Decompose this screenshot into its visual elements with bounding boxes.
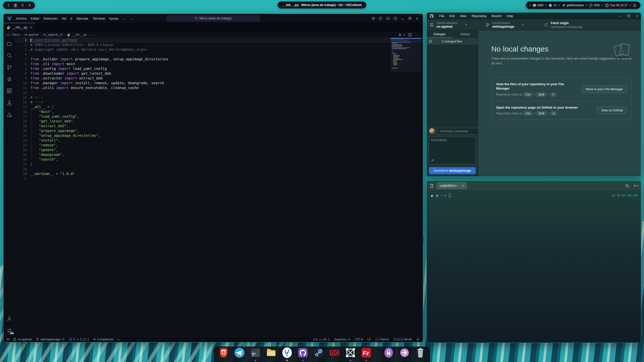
dock-item-filezilla[interactable]: Fz — [361, 347, 372, 361]
tab-changes[interactable]: Changes — [427, 30, 452, 38]
current-branch-button[interactable]: Current branch deb2appimage ▾ — [482, 19, 541, 30]
tab-history[interactable]: History — [452, 30, 478, 38]
remote-indicator[interactable]: >< — [7, 338, 9, 341]
code-line[interactable]: 22 "install", — [15, 138, 423, 143]
breadcrumb-item[interactable]: __init__.py — [67, 33, 87, 36]
terminal-content[interactable]: ~ > at 07:45:30 — [427, 191, 641, 343]
code-line[interactable]: 12 — [15, 90, 423, 95]
activity-extensions[interactable] — [6, 88, 12, 94]
status-encoding[interactable]: UTF-8 — [354, 338, 363, 341]
more-actions-icon[interactable]: ··· — [415, 33, 419, 37]
status-language[interactable]: { }Python — [376, 338, 389, 341]
suggestion-button-1[interactable]: View on GitHub — [597, 107, 627, 114]
status-run-task[interactable]: ▷ — [118, 338, 120, 341]
code-line[interactable]: 18 "get_latest_deb", — [15, 119, 423, 124]
toggle-panel-icon[interactable] — [384, 15, 391, 22]
code-line[interactable]: 21 "setup_appimage_directories", — [15, 133, 423, 138]
activity-accounts[interactable] — [6, 316, 12, 322]
status-cursor-position[interactable]: Lín. 1, col. 1 — [313, 338, 330, 341]
workspace-3[interactable]: 3 — [20, 3, 25, 8]
select-all-checkbox[interactable]: ✓ — [429, 40, 432, 43]
menu-archivo[interactable]: Archivo — [14, 16, 29, 21]
code-line[interactable]: 14# ---> — [15, 100, 423, 105]
dock-item-terminal-app[interactable]: #! — [250, 347, 261, 361]
status-repo[interactable]: nx-apphub — [13, 338, 32, 341]
dock-item-trash[interactable] — [415, 347, 426, 361]
dock-item-github-desktop[interactable] — [297, 347, 308, 361]
new-tab-plus-icon[interactable]: +▾ — [634, 184, 638, 188]
dock-item-vscodium[interactable] — [281, 347, 293, 361]
code-line[interactable]: 19 "extract_deb", — [15, 124, 423, 128]
changed-files-row[interactable]: ✓ 0 changed files — [427, 38, 478, 45]
back-icon[interactable]: ← — [123, 16, 127, 21]
restore-icon[interactable] — [627, 15, 630, 17]
dock-item-frame-tool[interactable] — [345, 347, 356, 361]
command-center-search[interactable]: Nitrux (área de trabajo) — [167, 15, 260, 21]
dock-item-telegram[interactable] — [234, 347, 245, 361]
tray-item-calendar[interactable]: 17Tue 06 20:17 — [604, 4, 628, 7]
code-line[interactable]: 11from .utils import ensure_executable, … — [15, 85, 423, 90]
toggle-sidebar-icon[interactable] — [377, 15, 384, 22]
tray-item-gauge[interactable]: 42% — [588, 4, 601, 7]
notifications-bell-icon[interactable] — [416, 338, 420, 341]
github-menu-edit[interactable]: Edit — [447, 14, 457, 18]
code-line[interactable]: 15__all__ = [ — [15, 105, 423, 109]
breadcrumb-item[interactable]: Nitrux — [12, 33, 20, 36]
code-line[interactable]: 5from .builder import prepare_appimage, … — [15, 57, 423, 62]
github-menu-help[interactable]: Help — [505, 14, 515, 18]
close-tab-icon[interactable]: × — [462, 184, 464, 188]
code-line[interactable]: 20 "prepare_appimage", — [15, 128, 423, 133]
close-icon[interactable]: × — [636, 14, 638, 18]
menu-ir[interactable]: Ir — [68, 16, 74, 21]
code-line[interactable]: 13# <--- — [15, 95, 423, 100]
minimize-icon[interactable] — [399, 15, 406, 22]
breadcrumb-item[interactable]: nx-apphub — [24, 33, 39, 36]
commit-button[interactable]: Commit to deb2appimage — [429, 167, 476, 174]
commit-description-input[interactable] — [429, 137, 476, 164]
tray-item-bluetooth[interactable]: on — [548, 4, 557, 7]
customize-layout-icon[interactable] — [370, 15, 377, 22]
add-coauthor-icon[interactable] — [431, 159, 434, 163]
run-python-icon[interactable] — [398, 33, 402, 37]
code-line[interactable]: 10from .manager import install, remove, … — [15, 81, 423, 85]
current-repository-button[interactable]: Current repository nx-apphub ▾ — [427, 19, 482, 30]
code-line[interactable]: 28 — [15, 167, 423, 171]
workspace-switcher[interactable]: 1234 — [3, 2, 35, 9]
breadcrumb[interactable]: Nitrux›nx-apphub›nx_apphub_cli›__init__.… — [4, 32, 423, 38]
dock-item-gpu-tool[interactable] — [329, 347, 340, 361]
status-eol[interactable]: LF — [368, 338, 371, 341]
status-build-task[interactable]: ⚙Compilación — [93, 338, 114, 341]
menu-selección[interactable]: Selección — [41, 16, 59, 21]
code-line[interactable]: 24 "update", — [15, 148, 423, 152]
dock-item-lock[interactable] — [383, 347, 394, 361]
tray-item-notifications[interactable] — [632, 4, 637, 7]
code-line[interactable]: 1#!/usr/bin/env python3 — [15, 38, 423, 42]
code-line[interactable]: 16 "main", — [15, 109, 423, 114]
code-line[interactable]: 2# SPDX-License-Identifier: BSD-3-Clause — [15, 42, 423, 47]
suggestion-button-0[interactable]: Show in your File Manager — [582, 85, 627, 93]
minimize-icon[interactable]: – — [619, 14, 621, 18]
menu-editar[interactable]: Editar — [29, 16, 41, 21]
system-tray[interactable]: eth0onperformance42%17Tue 06 20:17 — [526, 2, 640, 9]
dock-item-file-manager[interactable] — [266, 347, 277, 361]
restore-icon[interactable] — [406, 15, 413, 22]
code-line[interactable]: 17 "load_yaml_config", — [15, 114, 423, 119]
code-line[interactable]: 8from .downloader import get_latest_deb — [15, 71, 423, 76]
activity-source-control[interactable] — [6, 64, 12, 70]
menu-ejecutar[interactable]: Ejecutar — [74, 16, 91, 21]
new-tab-icon[interactable] — [430, 184, 434, 188]
code-line[interactable]: 6from .cli import main — [15, 62, 423, 66]
activity-testing[interactable] — [6, 100, 12, 106]
status-branch[interactable]: deb2appimage — [36, 338, 65, 341]
tray-item-performance[interactable]: performance — [561, 4, 584, 7]
code-line[interactable]: 27] — [15, 162, 423, 167]
code-line[interactable]: 4 — [15, 52, 423, 57]
chevron-down-icon[interactable]: ▾ — [404, 33, 405, 36]
code-line[interactable]: 25 "downgrade", — [15, 152, 423, 157]
workspace-2[interactable]: 2 — [13, 3, 18, 8]
workspace-4[interactable]: 4 — [27, 3, 32, 8]
forward-icon[interactable]: → — [130, 16, 134, 21]
tab-init-py[interactable]: __init__.py × — [4, 23, 35, 32]
minimap-slider[interactable] — [390, 38, 421, 72]
activity-run-debug[interactable] — [6, 76, 12, 82]
